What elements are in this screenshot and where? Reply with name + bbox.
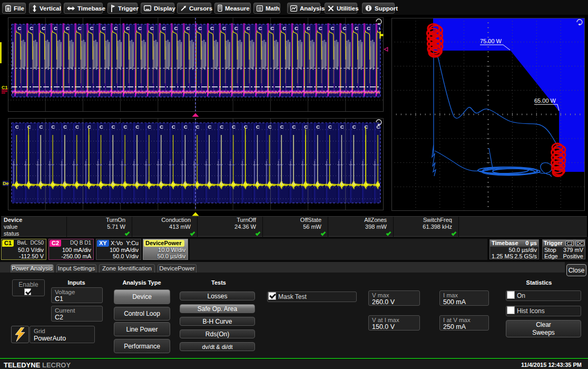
- svg-text:75.00 W: 75.00 W: [480, 38, 502, 44]
- svg-text:65.00 W: 65.00 W: [534, 98, 556, 104]
